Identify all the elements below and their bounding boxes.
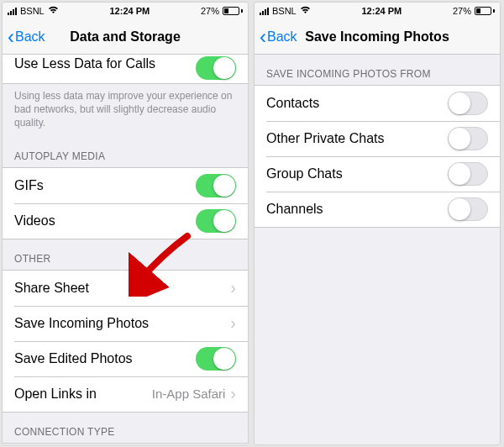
status-bar: BSNL 12:24 PM 27% [3,3,248,19]
toggle-videos[interactable] [196,209,236,233]
row-label: GIFs [14,178,196,193]
back-label: Back [15,29,45,45]
chevron-right-icon: › [230,278,236,297]
group-autoplay: GIFs Videos [3,167,248,239]
wifi-icon [300,6,311,16]
row-label: Save Incoming Photos [14,316,230,331]
row-open-links-in[interactable]: Open Links in In-App Safari › [3,376,248,412]
row-save-edited-photos[interactable]: Save Edited Photos [3,341,248,376]
back-button[interactable]: ‹ Back [3,27,45,47]
row-use-less-data[interactable]: Use Less Data for Calls [3,55,248,83]
content-scroll[interactable]: Use Less Data for Calls Using less data … [3,55,248,444]
header-autoplay: AUTOPLAY MEDIA [3,137,248,167]
toggle-gifs[interactable] [196,174,236,197]
toggle-other-private[interactable] [448,127,488,150]
row-label: Group Chats [266,166,448,181]
signal-icon [260,7,269,15]
row-label: Channels [266,202,448,217]
chevron-left-icon: ‹ [260,27,266,47]
group-other: Share Sheet › Save Incoming Photos › Sav… [3,270,248,413]
battery-pct-label: 27% [453,6,471,16]
battery-icon [475,7,495,15]
row-save-incoming-photos[interactable]: Save Incoming Photos › [3,306,248,341]
header-save-from: SAVE INCOMING PHOTOS FROM [255,55,500,85]
toggle-save-edited[interactable] [196,347,236,371]
row-label: Contacts [266,96,448,111]
row-label: Open Links in [14,387,152,402]
row-value: In-App Safari [152,387,226,401]
row-label: Videos [14,213,196,229]
row-label: Save Edited Photos [14,351,196,366]
row-share-sheet[interactable]: Share Sheet › [3,271,248,306]
chevron-right-icon: › [230,384,236,403]
back-label: Back [267,29,297,45]
footer-use-less-data: Using less data may improve your experie… [3,84,248,137]
clock-label: 12:24 PM [362,6,402,16]
battery-icon [223,7,243,15]
toggle-group-chats[interactable] [448,162,488,186]
chevron-right-icon: › [230,313,236,333]
nav-bar: ‹ Back Data and Storage [3,19,248,55]
nav-bar: ‹ Back Save Incoming Photos [255,19,500,55]
row-proxy[interactable]: Proxy None › [3,444,248,444]
row-label: Other Private Chats [266,131,448,146]
toggle-use-less-data[interactable] [196,56,236,80]
battery-pct-label: 27% [201,6,219,16]
wifi-icon [48,6,59,16]
group-calls: Use Less Data for Calls [3,55,248,84]
toggle-channels[interactable] [448,197,488,221]
carrier-label: BSNL [272,6,297,16]
carrier-label: BSNL [20,6,45,16]
row-other-private-chats[interactable]: Other Private Chats [255,121,500,156]
right-screen: BSNL 12:24 PM 27% ‹ Back Save Incoming P… [254,2,501,445]
clock-label: 12:24 PM [110,6,150,16]
left-screen: BSNL 12:24 PM 27% ‹ Back Data and Storag… [2,2,249,445]
row-label: Share Sheet [14,281,230,296]
row-channels[interactable]: Channels [255,192,500,227]
row-gifs[interactable]: GIFs [3,168,248,203]
chevron-left-icon: ‹ [8,27,14,47]
group-connection: Proxy None › [3,443,248,444]
group-save-from: Contacts Other Private Chats Group Chats… [255,85,500,228]
row-contacts[interactable]: Contacts [255,86,500,121]
content-scroll[interactable]: SAVE INCOMING PHOTOS FROM Contacts Other… [255,55,500,444]
row-videos[interactable]: Videos [3,203,248,239]
header-other: OTHER [3,239,248,270]
signal-icon [8,7,17,15]
back-button[interactable]: ‹ Back [255,27,297,47]
row-label: Use Less Data for Calls [14,56,196,71]
status-bar: BSNL 12:24 PM 27% [255,3,500,19]
toggle-contacts[interactable] [448,92,488,115]
row-group-chats[interactable]: Group Chats [255,156,500,192]
header-connection: CONNECTION TYPE [3,413,248,443]
